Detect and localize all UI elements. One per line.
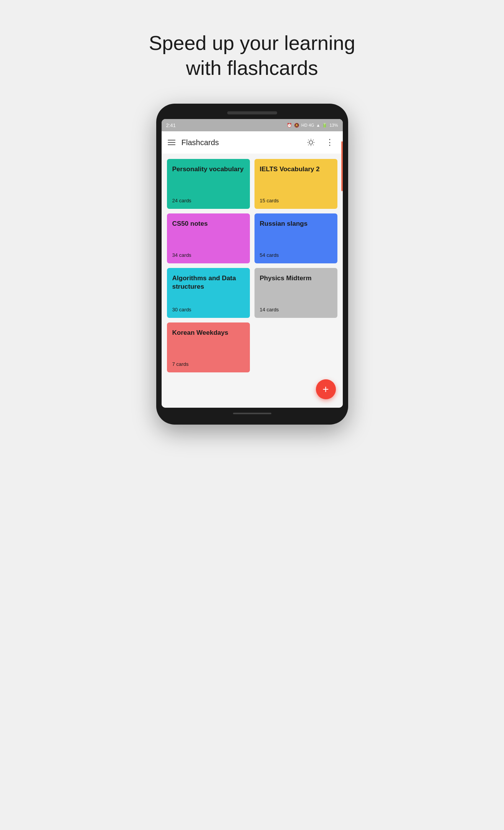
phone-mockup: 2:41 ⏰ 🔕 HD 4G ▲ 🔋 13% Flashcards [156,104,348,425]
card-count: 30 cards [172,307,245,312]
app-bar-title: Flashcards [182,138,298,147]
scroll-indicator [341,141,343,191]
card-cs50-notes[interactable]: CS50 notes 34 cards [167,213,250,263]
phone-screen-wrapper: 2:41 ⏰ 🔕 HD 4G ▲ 🔋 13% Flashcards [162,119,343,408]
battery-percent: 13% [329,123,338,127]
card-russian-slangs[interactable]: Russian slangs 54 cards [254,213,337,263]
phone-screen: 2:41 ⏰ 🔕 HD 4G ▲ 🔋 13% Flashcards [162,119,343,408]
card-title: Personality vocabulary [172,165,245,174]
add-flashcard-button[interactable]: + [316,379,336,399]
headline-line1: Speed up your learning [149,32,355,54]
status-icons: ⏰ 🔕 HD 4G ▲ 🔋 13% [287,123,338,128]
more-options-button[interactable]: ⋮ [324,136,337,149]
card-title: Algorithms and Data structures [172,274,245,291]
card-title: CS50 notes [172,220,245,228]
card-algorithms[interactable]: Algorithms and Data structures 30 cards [167,268,250,318]
card-count: 15 cards [260,198,332,203]
page-headline: Speed up your learning with flashcards [149,31,355,81]
card-count: 54 cards [260,252,332,258]
cards-row-4: Korean Weekdays 7 cards [167,322,337,372]
card-count: 24 cards [172,198,245,203]
svg-point-0 [309,141,312,144]
home-indicator [233,413,271,414]
card-count: 34 cards [172,252,245,258]
signal-icon: ▲ [316,123,321,127]
status-time: 2:41 [166,122,176,128]
cards-container: Personality vocabulary 24 cards IELTS Vo… [162,154,343,408]
app-bar: Flashcards ⋮ [162,131,343,154]
mute-icon: 🔕 [294,123,299,128]
card-title: Korean Weekdays [172,329,245,337]
cards-row-2: CS50 notes 34 cards Russian slangs 54 ca… [167,213,337,263]
phone-speaker [227,111,277,114]
menu-button[interactable] [168,140,175,145]
card-ielts-vocabulary[interactable]: IELTS Vocabulary 2 15 cards [254,159,337,209]
brightness-button[interactable] [304,136,317,149]
card-title: Russian slangs [260,220,332,228]
headline-line2: with flashcards [186,57,318,79]
card-count: 7 cards [172,361,245,367]
card-title: IELTS Vocabulary 2 [260,165,332,174]
network-label: HD 4G [301,123,314,127]
card-title: Physics Midterm [260,274,332,283]
alarm-icon: ⏰ [287,123,292,128]
card-korean-weekdays[interactable]: Korean Weekdays 7 cards [167,322,250,372]
status-bar: 2:41 ⏰ 🔕 HD 4G ▲ 🔋 13% [162,119,343,131]
battery-icon: 🔋 [322,123,327,128]
card-physics-midterm[interactable]: Physics Midterm 14 cards [254,268,337,318]
card-count: 14 cards [260,307,332,312]
cards-row-3: Algorithms and Data structures 30 cards … [167,268,337,318]
cards-row-1: Personality vocabulary 24 cards IELTS Vo… [167,159,337,209]
phone-bottom [162,408,343,419]
card-personality-vocabulary[interactable]: Personality vocabulary 24 cards [167,159,250,209]
fab-icon: + [322,383,329,395]
